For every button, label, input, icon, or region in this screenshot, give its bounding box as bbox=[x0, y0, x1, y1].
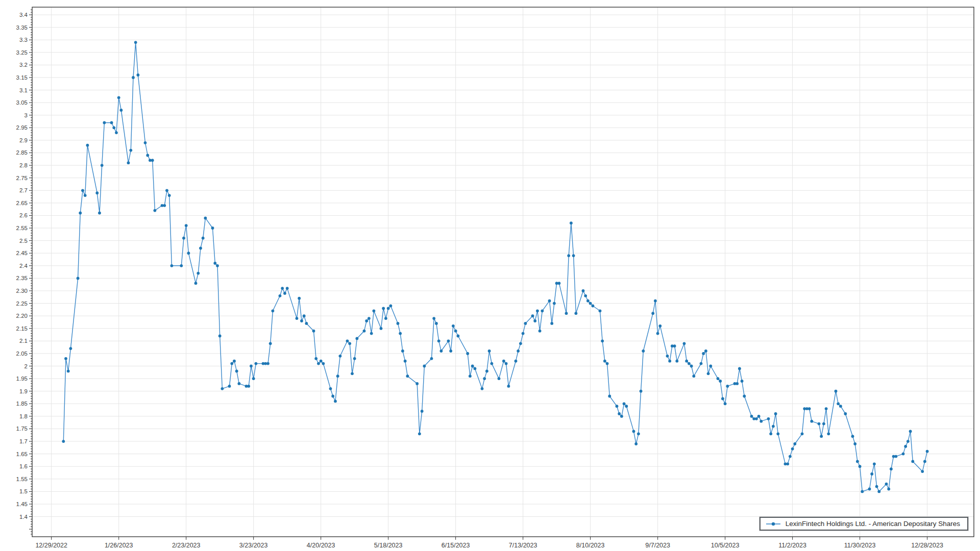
data-point-marker[interactable] bbox=[314, 357, 317, 360]
data-point-marker[interactable] bbox=[536, 309, 539, 312]
data-point-marker[interactable] bbox=[165, 189, 168, 192]
data-point-marker[interactable] bbox=[707, 372, 710, 375]
data-point-marker[interactable] bbox=[353, 357, 356, 360]
data-point-marker[interactable] bbox=[575, 312, 578, 315]
data-point-marker[interactable] bbox=[572, 254, 575, 257]
data-point-marker[interactable] bbox=[634, 442, 638, 445]
data-point-marker[interactable] bbox=[911, 460, 914, 463]
data-point-marker[interactable] bbox=[485, 370, 488, 373]
data-point-marker[interactable] bbox=[449, 349, 452, 353]
data-point-marker[interactable] bbox=[625, 405, 628, 408]
data-point-marker[interactable] bbox=[507, 385, 510, 388]
data-point-marker[interactable] bbox=[570, 221, 573, 224]
data-point-marker[interactable] bbox=[769, 432, 772, 435]
data-point-marker[interactable] bbox=[437, 339, 440, 342]
data-point-marker[interactable] bbox=[180, 264, 183, 267]
data-point-marker[interactable] bbox=[447, 339, 450, 342]
data-point-marker[interactable] bbox=[110, 121, 113, 124]
data-point-marker[interactable] bbox=[553, 302, 556, 305]
data-point-marker[interactable] bbox=[339, 355, 342, 358]
data-point-marker[interactable] bbox=[726, 385, 729, 388]
data-point-marker[interactable] bbox=[894, 455, 897, 458]
data-point-marker[interactable] bbox=[755, 417, 758, 420]
data-point-marker[interactable] bbox=[608, 395, 611, 398]
data-point-marker[interactable] bbox=[704, 349, 707, 353]
data-point-marker[interactable] bbox=[373, 309, 376, 312]
data-point-marker[interactable] bbox=[144, 141, 147, 144]
data-point-marker[interactable] bbox=[62, 440, 65, 443]
data-point-marker[interactable] bbox=[505, 362, 508, 365]
data-point-marker[interactable] bbox=[404, 360, 407, 363]
data-point-marker[interactable] bbox=[620, 415, 623, 418]
data-point-marker[interactable] bbox=[84, 194, 87, 197]
data-point-marker[interactable] bbox=[134, 41, 137, 44]
data-point-marker[interactable] bbox=[524, 322, 527, 325]
data-point-marker[interactable] bbox=[228, 385, 231, 388]
data-point-marker[interactable] bbox=[336, 374, 339, 378]
data-point-marker[interactable] bbox=[127, 161, 130, 164]
data-point-marker[interactable] bbox=[721, 397, 724, 400]
data-point-marker[interactable] bbox=[115, 131, 118, 134]
data-point-marker[interactable] bbox=[909, 430, 912, 433]
data-point-marker[interactable] bbox=[296, 317, 299, 320]
data-point-marker[interactable] bbox=[517, 349, 520, 353]
data-point-marker[interactable] bbox=[312, 330, 315, 333]
data-point-marker[interactable] bbox=[658, 324, 662, 328]
data-point-marker[interactable] bbox=[738, 367, 741, 370]
data-point-marker[interactable] bbox=[303, 314, 306, 317]
data-point-marker[interactable] bbox=[103, 121, 106, 124]
data-point-marker[interactable] bbox=[370, 332, 373, 335]
data-point-marker[interactable] bbox=[548, 299, 551, 303]
data-point-marker[interactable] bbox=[690, 365, 693, 368]
data-point-marker[interactable] bbox=[64, 357, 67, 360]
data-point-marker[interactable] bbox=[235, 370, 238, 373]
data-point-marker[interactable] bbox=[618, 412, 621, 415]
data-point-marker[interactable] bbox=[252, 377, 255, 380]
data-point-marker[interactable] bbox=[789, 455, 792, 458]
data-point-marker[interactable] bbox=[483, 377, 486, 380]
data-point-marker[interactable] bbox=[213, 262, 216, 265]
data-point-marker[interactable] bbox=[452, 324, 455, 328]
data-point-marker[interactable] bbox=[69, 347, 72, 350]
data-point-marker[interactable] bbox=[760, 420, 763, 423]
data-point-marker[interactable] bbox=[519, 342, 522, 345]
data-point-marker[interactable] bbox=[382, 307, 385, 310]
data-point-marker[interactable] bbox=[736, 382, 739, 385]
data-point-marker[interactable] bbox=[401, 349, 404, 353]
data-point-marker[interactable] bbox=[651, 312, 654, 315]
data-point-marker[interactable] bbox=[435, 322, 438, 325]
data-point-marker[interactable] bbox=[81, 189, 84, 192]
data-point-marker[interactable] bbox=[890, 467, 893, 470]
data-point-marker[interactable] bbox=[709, 365, 712, 368]
data-point-marker[interactable] bbox=[389, 305, 393, 308]
data-point-marker[interactable] bbox=[283, 292, 286, 295]
data-point-marker[interactable] bbox=[194, 282, 198, 285]
data-point-marker[interactable] bbox=[211, 227, 214, 230]
data-point-marker[interactable] bbox=[488, 349, 491, 353]
data-point-marker[interactable] bbox=[269, 342, 272, 345]
data-point-marker[interactable] bbox=[351, 372, 354, 375]
data-point-marker[interactable] bbox=[623, 402, 626, 405]
data-point-marker[interactable] bbox=[255, 362, 258, 365]
data-point-marker[interactable] bbox=[668, 360, 671, 363]
data-point-marker[interactable] bbox=[247, 385, 250, 388]
data-point-marker[interactable] bbox=[683, 342, 686, 345]
data-point-marker[interactable] bbox=[474, 367, 477, 370]
data-point-marker[interactable] bbox=[384, 317, 387, 320]
data-point-marker[interactable] bbox=[356, 337, 359, 340]
data-point-marker[interactable] bbox=[810, 420, 813, 423]
data-point-marker[interactable] bbox=[567, 254, 570, 257]
data-point-marker[interactable] bbox=[584, 294, 587, 297]
data-point-marker[interactable] bbox=[514, 360, 518, 363]
data-point-marker[interactable] bbox=[320, 360, 323, 363]
data-point-marker[interactable] bbox=[197, 272, 200, 275]
data-point-marker[interactable] bbox=[502, 360, 505, 363]
data-point-marker[interactable] bbox=[565, 312, 568, 315]
data-point-marker[interactable] bbox=[146, 154, 149, 157]
data-point-marker[interactable] bbox=[675, 360, 678, 363]
data-point-marker[interactable] bbox=[632, 430, 635, 433]
data-point-marker[interactable] bbox=[117, 96, 120, 99]
data-point-marker[interactable] bbox=[822, 422, 825, 425]
data-point-marker[interactable] bbox=[454, 330, 457, 333]
data-point-marker[interactable] bbox=[601, 339, 604, 342]
